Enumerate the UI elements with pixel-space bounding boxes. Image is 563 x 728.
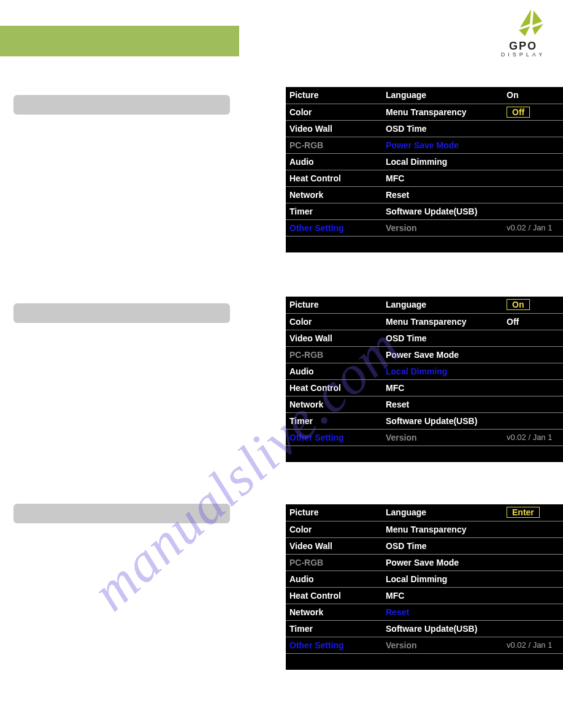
menu-item[interactable]: OSD Time	[382, 120, 503, 137]
version-text: v0.02 / Jan 1	[503, 429, 563, 446]
brand-logo: GPO DISPLAY	[496, 9, 551, 58]
menu-item[interactable]: Timer	[286, 203, 382, 219]
menu-item[interactable]: OSD Time	[382, 330, 503, 346]
menu-item[interactable]: Timer	[286, 620, 382, 637]
menu-item[interactable]: Heat Control	[286, 587, 382, 604]
svg-marker-3	[532, 24, 543, 35]
menu-item[interactable]: Color	[286, 313, 382, 330]
menu-item[interactable]: Power Save Mode	[382, 346, 503, 363]
menu-item[interactable]: Language	[382, 87, 503, 104]
menu-item[interactable]: Menu Transparency	[382, 104, 503, 120]
menu-item[interactable]: Software Update(USB)	[382, 620, 503, 637]
menu-item[interactable]: Network	[286, 604, 382, 620]
value-on-selected[interactable]: On	[507, 299, 530, 310]
value-off-selected[interactable]: Off	[507, 107, 530, 118]
menu-item[interactable]: Color	[286, 104, 382, 120]
menu-item[interactable]: Local Dimming	[382, 571, 503, 587]
menu-item[interactable]: Audio	[286, 153, 382, 170]
menu-item[interactable]: Video Wall	[286, 330, 382, 346]
menu-item[interactable]: Reset	[382, 186, 503, 203]
menu-item: Version	[382, 637, 503, 653]
menu-item[interactable]: Reset	[382, 396, 503, 412]
menu-item-highlighted[interactable]: Local Dimming	[382, 363, 503, 379]
menu-item[interactable]: Heat Control	[286, 170, 382, 186]
logo-text: GPO	[496, 40, 551, 53]
menu-item[interactable]: Video Wall	[286, 537, 382, 554]
menu-item[interactable]: Menu Transparency	[382, 313, 503, 330]
menu-item[interactable]: Network	[286, 396, 382, 412]
value-off: Off	[507, 317, 519, 327]
menu-item[interactable]: MFC	[382, 379, 503, 396]
menu-item[interactable]: Color	[286, 521, 382, 537]
logo-subtext: DISPLAY	[496, 51, 551, 58]
menu-item-disabled: PC-RGB	[286, 137, 382, 153]
menu-item[interactable]: OSD Time	[382, 537, 503, 554]
osd-menu-3: PictureLanguageEnter ColorMenu Transpare…	[286, 504, 563, 670]
section-label-3	[13, 504, 230, 523]
menu-item[interactable]: Software Update(USB)	[382, 203, 503, 219]
section-label-1	[13, 95, 230, 115]
menu-item: Version	[382, 219, 503, 236]
menu-item[interactable]: Audio	[286, 571, 382, 587]
menu-item-highlighted[interactable]: Other Setting	[286, 429, 382, 446]
menu-item[interactable]: Language	[382, 297, 503, 313]
menu-item[interactable]: Menu Transparency	[382, 521, 503, 537]
version-text: v0.02 / Jan 1	[503, 637, 563, 653]
menu-item-disabled: PC-RGB	[286, 554, 382, 571]
menu-item[interactable]: Local Dimming	[382, 153, 503, 170]
menu-item[interactable]: Timer	[286, 412, 382, 429]
svg-marker-0	[520, 9, 531, 28]
menu-item[interactable]: Video Wall	[286, 120, 382, 137]
menu-item: Version	[382, 429, 503, 446]
menu-item[interactable]: Heat Control	[286, 379, 382, 396]
menu-item[interactable]: Picture	[286, 87, 382, 104]
value-on: On	[507, 90, 518, 100]
section-label-2	[13, 303, 230, 323]
value-enter-selected[interactable]: Enter	[507, 507, 540, 518]
menu-item-disabled: PC-RGB	[286, 346, 382, 363]
menu-item[interactable]: Power Save Mode	[382, 554, 503, 571]
menu-item[interactable]: MFC	[382, 587, 503, 604]
svg-marker-2	[519, 26, 530, 36]
version-text: v0.02 / Jan 1	[503, 219, 563, 236]
menu-item[interactable]: Software Update(USB)	[382, 412, 503, 429]
menu-item[interactable]: Picture	[286, 297, 382, 313]
osd-menu-2: PictureLanguageOn ColorMenu Transparency…	[286, 297, 563, 462]
menu-item-highlighted[interactable]: Reset	[382, 604, 503, 620]
menu-item[interactable]: MFC	[382, 170, 503, 186]
menu-item[interactable]: Audio	[286, 363, 382, 379]
svg-marker-1	[532, 10, 542, 25]
menu-item[interactable]: Picture	[286, 504, 382, 521]
menu-item-highlighted[interactable]: Other Setting	[286, 219, 382, 236]
menu-item[interactable]: Network	[286, 186, 382, 203]
osd-menu-1: PictureLanguageOn ColorMenu Transparency…	[286, 87, 563, 252]
header-green-bar	[0, 26, 239, 56]
menu-item-highlighted[interactable]: Other Setting	[286, 637, 382, 653]
menu-item-highlighted[interactable]: Power Save Mode	[382, 137, 503, 153]
menu-item[interactable]: Language	[382, 504, 503, 521]
